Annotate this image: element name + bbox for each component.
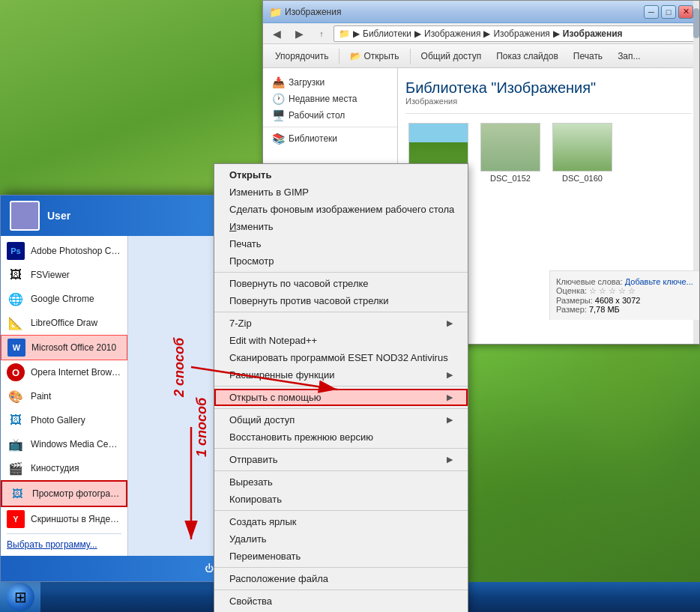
burn-button[interactable]: Зап... (612, 46, 646, 66)
ctx-notepad[interactable]: Edit with Notepad++ (214, 332, 468, 349)
photogallery-icon: 🖼 (7, 411, 25, 429)
slideshow-button[interactable]: Показ слайдов (490, 46, 564, 66)
start-item-label-paint: Paint (31, 391, 121, 402)
start-item-label-kinostudiya: Киностудия (31, 463, 121, 473)
start-menu-body: Ps Adobe Photoshop CS3 🖼 FSViewer 🌐 Goog… (1, 236, 224, 556)
ctx-rotate-ccw[interactable]: Повернуть против часовой стрелки (214, 292, 468, 309)
start-item-msoffice[interactable]: W Microsoft Office 2010 (1, 335, 127, 360)
ctx-send[interactable]: Отправить ▶ (214, 451, 468, 468)
ctx-eset[interactable]: Сканировать программой ESET NOD32 Antivi… (214, 349, 468, 366)
ctx-properties[interactable]: Свойства (214, 593, 468, 610)
ctx-open-with[interactable]: Открыть с помощью ▶ (214, 389, 468, 406)
dimensions-value: 4608 x 3072 (595, 296, 641, 305)
chrome-icon: 🌐 (7, 290, 25, 308)
ctx-rotate-cw[interactable]: Повернуть по часовой стрелке (214, 275, 468, 292)
ctx-advanced[interactable]: Расширенные функции ▶ (214, 366, 468, 384)
thumbnail-label-0152: DSC_0152 (490, 174, 531, 183)
start-item-mediacenter[interactable]: 📺 Windows Media Center (1, 432, 127, 456)
ctx-divider7 (214, 510, 468, 511)
start-item-choose-program[interactable]: Выбрать программу... (1, 536, 127, 553)
ctx-7zip[interactable]: 7-Zip ▶ (214, 315, 468, 332)
keywords-value: Добавьте ключе... (625, 277, 693, 286)
thumbnail-item-0152[interactable]: DSC_0152 (477, 120, 543, 186)
ctx-arrow-openwith: ▶ (447, 393, 453, 402)
share-button[interactable]: Общий доступ (415, 46, 488, 66)
divider2 (410, 49, 411, 64)
photoshop-icon: Ps (7, 242, 25, 260)
ctx-share[interactable]: Общий доступ ▶ (214, 411, 468, 428)
close-button[interactable]: ✕ (678, 5, 693, 19)
explorer-titlebar: 📁 Изображения ─ □ ✕ (263, 1, 699, 23)
yandex-icon: Y (7, 510, 25, 528)
open-button[interactable]: 📂 Открыть (344, 46, 405, 66)
organize-button[interactable]: Упорядочить (269, 46, 334, 66)
ctx-divider4 (214, 408, 468, 409)
minimize-button[interactable]: ─ (644, 5, 659, 19)
start-item-paint[interactable]: 🎨 Paint (1, 384, 127, 408)
library-title: Библиотека "Изображения" (405, 79, 692, 97)
thumbnail-item-0160[interactable]: DSC_0160 (549, 120, 615, 186)
ctx-print[interactable]: Печать (214, 235, 468, 252)
start-item-photoshop[interactable]: Ps Adobe Photoshop CS3 (1, 239, 127, 263)
start-item-winphoto[interactable]: 🖼 Просмотр фотографий Windows (1, 480, 127, 507)
start-item-chrome[interactable]: 🌐 Google Chrome (1, 287, 127, 311)
recent-icon: 🕐 (272, 93, 284, 105)
ctx-cut[interactable]: Вырезать (214, 473, 468, 491)
ctx-preview[interactable]: Просмотр (214, 252, 468, 270)
start-item-fsviewer[interactable]: 🖼 FSViewer (1, 263, 127, 287)
ctx-divider1 (214, 272, 468, 273)
start-item-label-photogallery: Photo Gallery (31, 415, 121, 425)
ctx-open[interactable]: Открыть (214, 166, 468, 184)
start-item-label-photoshop: Adobe Photoshop CS3 (31, 246, 121, 256)
shutdown-icon: ⏻ (205, 563, 214, 574)
address-bar[interactable]: 📁 ▶ Библиотеки ▶ Изображения ▶ Изображен… (334, 25, 696, 42)
ctx-edit[interactable]: Изменить (214, 218, 468, 235)
forward-button[interactable]: ▶ (289, 25, 310, 43)
kinostudiya-icon: 🎬 (7, 459, 25, 477)
ctx-shortcut[interactable]: Создать ярлык (214, 513, 468, 530)
paint-icon: 🎨 (7, 387, 25, 405)
msoffice-icon: W (7, 339, 25, 357)
keywords-row: Ключевые слова: Добавьте ключе... (556, 277, 693, 286)
start-item-libreoffice[interactable]: 📐 LibreOffice Draw (1, 311, 127, 335)
start-menu-header: User (1, 196, 224, 236)
size-value: 7,78 МБ (589, 305, 620, 314)
size-row: Размер: 7,78 МБ (556, 305, 693, 314)
annotation-way1: 1 способ (194, 398, 210, 457)
ctx-copy[interactable]: Копировать (214, 491, 468, 508)
breadcrumb-img1[interactable]: Изображения (424, 28, 480, 39)
breadcrumb-img2[interactable]: Изображения (493, 28, 549, 39)
sidebar-item-libraries[interactable]: 📚 Библиотеки (263, 130, 397, 147)
start-item-yandex[interactable]: Y Скриншоты в Яндекс.Диске (1, 507, 127, 531)
sidebar-item-desktop[interactable]: 🖥️ Рабочий стол (263, 107, 397, 124)
sidebar-item-downloads[interactable]: 📥 Загрузки (263, 74, 397, 91)
opera-icon: O (7, 363, 25, 381)
up-button[interactable]: ↑ (311, 25, 332, 43)
winphoto-icon: 🖼 (8, 485, 26, 503)
rating-label: Оценка: (556, 286, 587, 295)
start-item-opera[interactable]: O Opera Internet Browser (1, 360, 127, 384)
breadcrumb-img3[interactable]: Изображения (563, 28, 623, 39)
maximize-button[interactable]: □ (661, 5, 676, 19)
ctx-divider9 (214, 590, 468, 590)
ctx-location[interactable]: Расположение файла (214, 570, 468, 587)
ctx-restore[interactable]: Восстановить прежнюю версию (214, 428, 468, 446)
start-item-photogallery[interactable]: 🖼 Photo Gallery (1, 408, 127, 432)
open-icon: 📂 (350, 51, 361, 61)
start-item-label-msoffice: Microsoft Office 2010 (31, 342, 121, 353)
start-item-kinostudiya[interactable]: 🎬 Киностудия (1, 456, 127, 480)
ctx-divider2 (214, 312, 468, 312)
back-button[interactable]: ◀ (266, 25, 287, 43)
start-item-label-winphoto: Просмотр фотографий Windows (32, 488, 120, 499)
explorer-nav-toolbar: ◀ ▶ ↑ 📁 ▶ Библиотеки ▶ Изображения ▶ Изо… (263, 23, 699, 44)
start-button[interactable]: ⊞ (0, 582, 40, 612)
breadcrumb-lib[interactable]: Библиотеки (363, 28, 411, 39)
sidebar-item-recent[interactable]: 🕐 Недавние места (263, 91, 397, 107)
size-label: Размер: (556, 305, 587, 314)
ctx-wallpaper[interactable]: Сделать фоновым изображением рабочего ст… (214, 201, 468, 218)
ctx-delete[interactable]: Удалить (214, 530, 468, 548)
ctx-arrow-advanced: ▶ (447, 370, 453, 380)
ctx-rename[interactable]: Переименовать (214, 548, 468, 565)
ctx-gimp[interactable]: Изменить в GIMP (214, 184, 468, 201)
print-button[interactable]: Печать (567, 46, 609, 66)
